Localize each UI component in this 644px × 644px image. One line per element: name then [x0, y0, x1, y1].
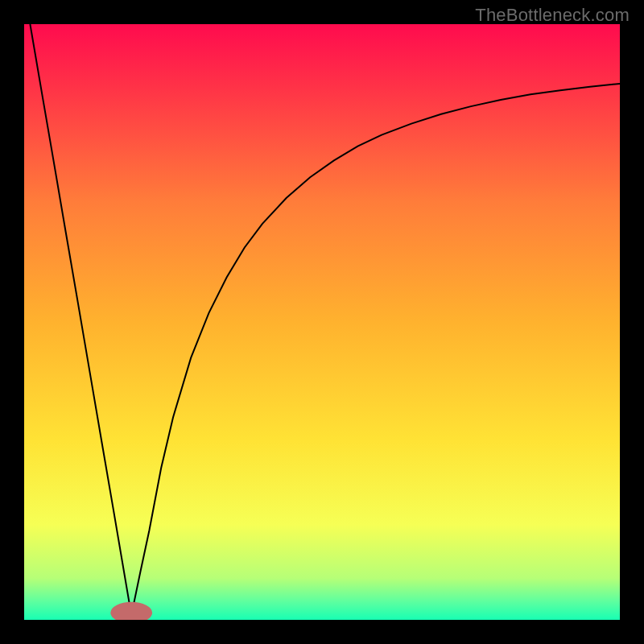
watermark-text: TheBottleneck.com	[475, 5, 630, 26]
chart-background	[24, 24, 620, 620]
bottleneck-chart	[24, 24, 620, 620]
chart-frame: TheBottleneck.com	[0, 0, 644, 644]
